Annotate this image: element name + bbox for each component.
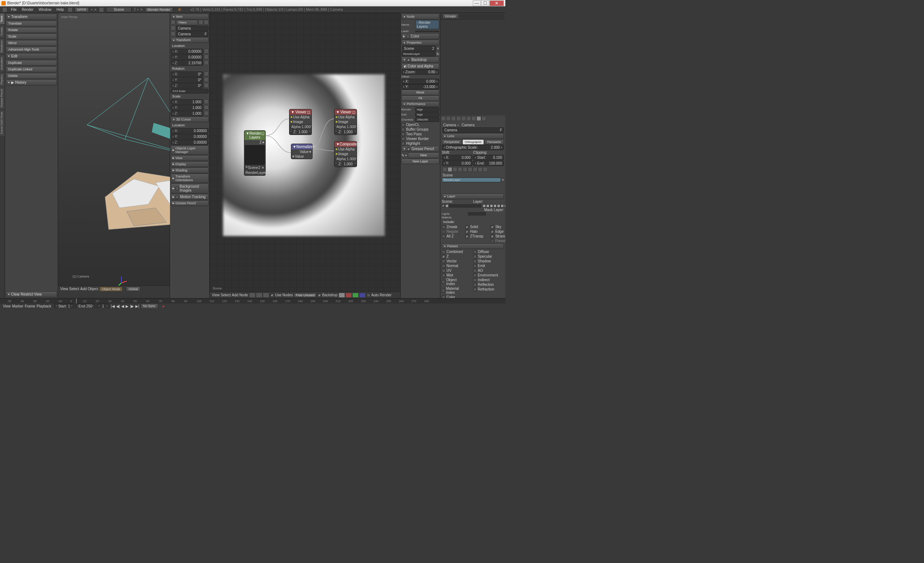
ortho-scale[interactable]: ‹ Orthographic Scale:2.000 ›: [442, 145, 504, 150]
node-header[interactable]: ▼ Normalize ◻: [291, 144, 312, 150]
shift-y[interactable]: ‹ Y:0.000: [442, 160, 472, 166]
close-button[interactable]: ✕: [489, 0, 504, 6]
mode-selector[interactable]: Object Mode: [99, 286, 123, 292]
ctx-icon[interactable]: [473, 167, 477, 172]
pass-cb[interactable]: [442, 289, 445, 292]
cur-x[interactable]: ‹ X:0.00000: [171, 128, 208, 133]
renderlayer-field[interactable]: RenderLayer: [401, 52, 436, 56]
translate-button[interactable]: Translate: [6, 21, 57, 26]
play-reverse-icon[interactable]: ◀: [121, 304, 124, 308]
pass-cb[interactable]: [473, 274, 477, 277]
menu-file[interactable]: File: [9, 7, 18, 12]
exclude-icon[interactable]: [500, 259, 504, 263]
rot-x[interactable]: ‹ X:0°: [171, 72, 203, 77]
sca-z[interactable]: ‹ Z:1.000: [171, 111, 203, 116]
scene-field[interactable]: ⚙ Scene2 ✕: [244, 165, 265, 170]
camera-datablock[interactable]: Camera F: [442, 127, 504, 133]
pano-button[interactable]: Panoramic: [484, 139, 504, 145]
view-header[interactable]: View: [171, 155, 208, 161]
tl-view-menu[interactable]: View: [3, 304, 11, 308]
node-header[interactable]: ▼ Render Layers ◻: [244, 131, 265, 140]
timeline-ruler[interactable]: -50-40-30-20-100102030405060708090100110…: [0, 298, 506, 304]
node-composite[interactable]: ▼ Composite ◻ Use Alpha Image ‹ Alpha:1.…: [334, 141, 357, 167]
node-header[interactable]: ▼ Composite ◻: [334, 141, 357, 147]
screen-layout[interactable]: DPFR: [75, 7, 89, 12]
keyframe-next-icon[interactable]: |▶: [130, 304, 134, 308]
exclude-icon[interactable]: [500, 250, 504, 254]
loc-y[interactable]: ‹ Y:0.00000: [171, 54, 203, 60]
menu-render[interactable]: Render: [20, 7, 35, 12]
z-field[interactable]: ‹ Z:1.000 ›: [290, 130, 312, 134]
context-world-icon[interactable]: [456, 116, 461, 121]
solid-cb[interactable]: [465, 225, 469, 229]
playhead[interactable]: [76, 298, 76, 304]
pass-cb[interactable]: [442, 269, 446, 273]
pass-cb[interactable]: [473, 283, 477, 286]
add-menu[interactable]: Add: [80, 287, 87, 291]
node-viewer-2[interactable]: ▼ Viewer ◻ Use Alpha Image ‹ Alpha:1.000…: [334, 109, 357, 135]
node-hdr[interactable]: Node: [401, 14, 439, 19]
exclude-icon[interactable]: [467, 274, 470, 277]
context-modifier-icon[interactable]: [471, 116, 476, 121]
tree-type-icon[interactable]: [249, 293, 255, 298]
highlight-checkbox[interactable]: [401, 142, 405, 145]
pass-cb[interactable]: [442, 250, 446, 254]
tab-physics[interactable]: Physics: [0, 72, 5, 87]
free-unused-button[interactable]: Free Unused: [294, 293, 316, 297]
image-socket[interactable]: Image: [290, 120, 312, 124]
pass-cb[interactable]: [442, 255, 446, 258]
delete-button[interactable]: Delete: [6, 73, 57, 79]
z-field[interactable]: ‹ Z:1.000 ›: [334, 162, 357, 166]
gp-header[interactable]: Grease Pencil: [171, 200, 208, 206]
z-output[interactable]: Z: [244, 140, 265, 145]
scene-field[interactable]: Scene 2: [402, 46, 436, 51]
adv-align-button[interactable]: Advanced Align Tools: [6, 46, 57, 52]
tab-curve-cad[interactable]: Curve CAD Tools: [0, 109, 5, 136]
pass-cb[interactable]: [473, 264, 477, 268]
camera-data-icon[interactable]: [171, 31, 176, 36]
node-header[interactable]: ▼ Viewer ◻: [290, 109, 312, 115]
rotate-button[interactable]: Rotate: [6, 27, 57, 33]
exclude-icon[interactable]: [467, 264, 470, 268]
ne-view-menu[interactable]: View: [212, 293, 220, 297]
shift-x[interactable]: ‹ X:0.000: [442, 155, 472, 160]
sync-mode[interactable]: No Sync: [141, 304, 158, 308]
new-layer-button[interactable]: New Layer: [401, 159, 439, 164]
alpha-field[interactable]: ‹ Alpha:1.000 ›: [290, 124, 312, 129]
menu-window[interactable]: Window: [37, 7, 53, 12]
cursor-header[interactable]: 3D Cursor: [171, 117, 208, 122]
node-label-field[interactable]: [415, 31, 439, 32]
pass-cb[interactable]: [442, 296, 446, 298]
viewerborder-checkbox[interactable]: [401, 137, 405, 141]
lock-icon[interactable]: [204, 60, 208, 65]
twopass-checkbox[interactable]: [401, 132, 405, 136]
to-header[interactable]: Transform Orientations: [171, 174, 208, 183]
display-header[interactable]: Display: [171, 161, 208, 167]
channel-r-icon[interactable]: [345, 293, 352, 298]
filter2-icon[interactable]: [204, 20, 208, 24]
z-field[interactable]: ‹ Z:1.000 ›: [334, 130, 357, 134]
auto-render-checkbox[interactable]: [367, 293, 370, 297]
transform-np-header[interactable]: Transform: [171, 37, 208, 43]
cur-z[interactable]: ‹ Z:0.00000: [171, 140, 208, 145]
gp-hdr[interactable]: Grease Pencil: [401, 146, 439, 152]
context-physics-icon[interactable]: [482, 116, 486, 121]
tab-animation[interactable]: Animation: [0, 54, 5, 72]
tree-type-icon[interactable]: [263, 293, 269, 298]
color-hdr[interactable]: Color: [401, 33, 439, 39]
scale-button[interactable]: Scale: [6, 34, 57, 39]
shading-header[interactable]: Shading: [171, 168, 208, 173]
camera-obj[interactable]: Camera: [176, 25, 208, 31]
ztransp-cb[interactable]: [465, 235, 469, 238]
duplicate-linked-button[interactable]: Duplicate Linked: [6, 66, 57, 72]
exclude-icon[interactable]: [500, 283, 504, 286]
clip-start[interactable]: ‹ Start:0.100: [473, 155, 504, 160]
backdrop-checkbox[interactable]: [318, 293, 321, 297]
ortho-button[interactable]: Orthographic: [462, 139, 484, 145]
use-alpha-socket[interactable]: Use Alpha: [290, 115, 312, 120]
last-op-header[interactable]: Clear Restrict View: [6, 291, 57, 297]
render-quality[interactable]: High: [415, 107, 439, 112]
camera-data[interactable]: CameraF: [176, 31, 208, 37]
rot-z[interactable]: ‹ Z:0°: [171, 83, 203, 88]
mt-checkbox[interactable]: [176, 195, 179, 199]
